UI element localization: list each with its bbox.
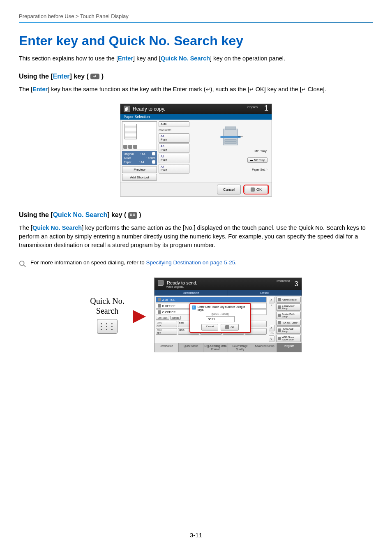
tab-org-sending[interactable]: Org./Sending Data Format bbox=[203, 343, 228, 352]
text: ) bbox=[99, 73, 104, 80]
preview-button[interactable]: Preview bbox=[122, 166, 157, 173]
ok-button[interactable]: OK bbox=[244, 186, 268, 193]
opt-type: Plain bbox=[161, 138, 187, 141]
preview-area bbox=[122, 121, 157, 150]
mp-tray-label: MP Tray bbox=[254, 149, 267, 153]
text: Using the [ bbox=[19, 73, 53, 80]
direct-button[interactable]: Direct bbox=[170, 316, 181, 320]
fax-icon bbox=[278, 321, 281, 324]
fax-entry-button[interactable]: FAX No. Entry bbox=[276, 320, 301, 326]
paper-set-button[interactable]: Paper Set.› bbox=[250, 166, 269, 172]
panel-main: A OFFICE B OFFICE C OFFICE On Hook Direc… bbox=[154, 296, 302, 343]
preview-ctrl-icon[interactable] bbox=[133, 145, 137, 149]
popup-cancel-button[interactable]: Cancel bbox=[201, 324, 218, 331]
text: For more information on speed dialing, r… bbox=[30, 259, 146, 266]
auto-button[interactable]: Auto bbox=[159, 121, 189, 127]
copy-screen-figure: Ready to copy. Copies 1 Paper Selection … bbox=[19, 104, 373, 197]
text: ), such as the [ bbox=[210, 86, 249, 92]
tab-color-quality[interactable]: Color/ Image Quality bbox=[228, 343, 253, 352]
breadcrumb: Preparation before Use > Touch Panel Dis… bbox=[19, 13, 373, 19]
enter-glyph-icon: ↵ bbox=[249, 86, 254, 92]
tab-destination[interactable]: Destination bbox=[154, 290, 228, 296]
tab-quick-setup[interactable]: Quick Setup bbox=[179, 343, 203, 352]
folder-icon bbox=[278, 314, 281, 317]
quick-no-key-illustration: Quick No.Search • • •• • •• • • bbox=[90, 296, 124, 334]
header-title: Ready to copy. bbox=[133, 106, 165, 112]
copy-panel: Ready to copy. Copies 1 Paper Selection … bbox=[120, 104, 272, 197]
folder-entry-button[interactable]: Folder Path Entry bbox=[276, 312, 301, 319]
ok-button-highlight: OK bbox=[243, 185, 269, 194]
cassette-option[interactable]: A4Plain bbox=[159, 164, 189, 173]
cassette-option[interactable]: A3Plain bbox=[159, 143, 189, 153]
wsd-scan-button[interactable]: WSD Scan /DSM Scan bbox=[276, 335, 301, 342]
dest-type-icon bbox=[158, 310, 161, 314]
dest-label: Destination bbox=[276, 280, 290, 282]
svg-rect-1 bbox=[125, 108, 127, 111]
tab-destination[interactable]: Destination bbox=[154, 343, 179, 352]
text: . bbox=[235, 259, 237, 266]
send-icon bbox=[158, 280, 164, 286]
value: : A4 bbox=[141, 152, 145, 156]
zoom-icon[interactable] bbox=[152, 152, 155, 155]
scroll-column: ∧ 1 ∧ 100 ∨ bbox=[268, 296, 275, 343]
preview-ctrl-icon[interactable] bbox=[123, 145, 127, 149]
cancel-button[interactable]: Cancel bbox=[217, 185, 241, 194]
email-entry-button[interactable]: E-mail Addr Entry bbox=[276, 303, 301, 311]
scroll-up-button[interactable]: ∧ bbox=[269, 297, 274, 303]
address-book-button[interactable]: Address Book bbox=[276, 297, 301, 303]
dest-count: 3 bbox=[295, 280, 298, 288]
side-buttons: Address Book E-mail Addr Entry Folder Pa… bbox=[275, 296, 302, 343]
svg-rect-3 bbox=[225, 127, 236, 130]
opt-size: A3 bbox=[161, 145, 187, 148]
bottom-tabs: Destination Quick Setup Org./Sending Dat… bbox=[154, 343, 302, 352]
tab-paper-selection[interactable]: Paper Selection bbox=[120, 114, 272, 120]
scroll-num: 1 bbox=[269, 304, 274, 307]
send-screen-figure: Quick No.Search • • •• • •• • • ▶ Ready … bbox=[19, 278, 373, 352]
text: ] key has the same function as the key w… bbox=[48, 86, 205, 92]
label: Paper bbox=[124, 160, 131, 164]
copies-label: Copies bbox=[247, 105, 258, 109]
text: Close]. bbox=[306, 86, 326, 92]
value: : A4 bbox=[139, 160, 144, 164]
onetouch-key[interactable]: 0001AAA bbox=[156, 321, 177, 327]
quick-no-hardkey: • • •• • •• • • bbox=[97, 319, 118, 334]
text: OK] key and the [ bbox=[254, 86, 302, 92]
cross-ref-link[interactable]: Specifying Destination on page 5-25 bbox=[146, 259, 235, 266]
page-number: 3-11 bbox=[0, 532, 392, 539]
onhook-button[interactable]: On Hook bbox=[156, 316, 170, 320]
text: ) bbox=[137, 211, 141, 218]
zoom-icon[interactable] bbox=[152, 160, 155, 164]
svg-rect-5 bbox=[225, 140, 236, 141]
tab-detail[interactable]: Detail bbox=[228, 290, 302, 296]
tab-program[interactable]: Program bbox=[277, 343, 302, 352]
qns-link: Quick No. Search bbox=[32, 224, 82, 231]
number-input[interactable]: 0011 bbox=[206, 316, 235, 322]
preview-ctrl-icon[interactable] bbox=[128, 145, 132, 149]
scroll-down-button[interactable]: ∨ bbox=[269, 335, 274, 342]
opt-size: A4 bbox=[161, 165, 187, 169]
dest-name: A OFFICE bbox=[162, 298, 175, 301]
panel-footer: Cancel OK bbox=[120, 183, 272, 196]
enter-link: Enter bbox=[53, 73, 70, 80]
dest-row[interactable]: A OFFICE bbox=[156, 297, 267, 303]
text: This section explains how to use the [ bbox=[19, 55, 118, 62]
cassette-option[interactable]: A4Plain bbox=[159, 154, 189, 163]
qns-link: Quick No. Search bbox=[53, 211, 108, 218]
tab-advanced[interactable]: Advanced Setup bbox=[252, 343, 277, 352]
mp-tray-button[interactable]: ▬ MP Tray bbox=[247, 157, 267, 163]
enter-link: Enter bbox=[32, 86, 48, 92]
add-shortcut-button[interactable]: Add Shortcut bbox=[122, 174, 157, 181]
dest-type-icon bbox=[158, 304, 161, 308]
svg-line-9 bbox=[23, 265, 25, 267]
scroll-up-button[interactable]: ∧ bbox=[269, 325, 274, 331]
keypad-dots-icon: • • •• • •• • • bbox=[101, 322, 114, 331]
cassette-option[interactable]: A4Plain bbox=[159, 133, 189, 143]
enter-key-icon: ↵ bbox=[90, 74, 99, 79]
copies-count: 1 bbox=[264, 104, 268, 113]
text: Using the [ bbox=[19, 211, 53, 218]
opt-type: Plain bbox=[161, 148, 187, 152]
onetouch-key[interactable]: 0006FFF bbox=[156, 328, 177, 335]
enter-icon bbox=[251, 187, 255, 192]
popup-ok-button[interactable]: OK bbox=[221, 324, 239, 331]
ifax-entry-button[interactable]: i-FAX Addr Entry bbox=[276, 326, 301, 334]
